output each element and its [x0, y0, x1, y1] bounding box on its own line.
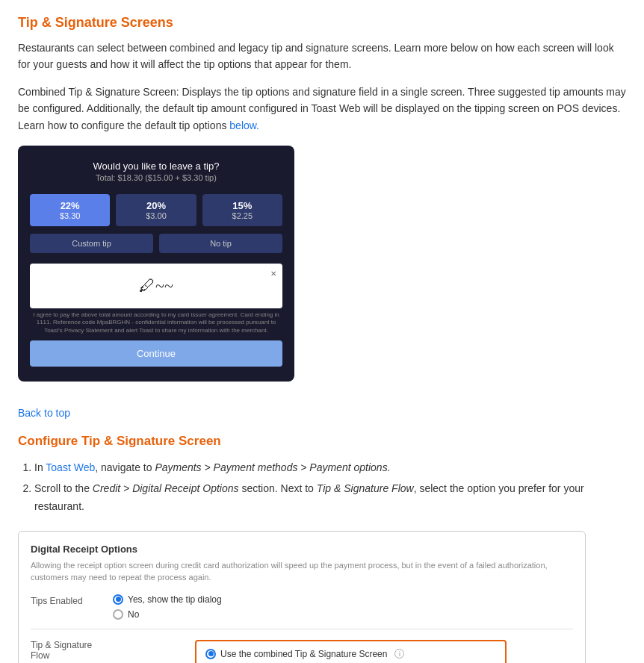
no-tip-radio-row[interactable]: No	[113, 609, 222, 620]
intro-paragraph: Restaurants can select between combined …	[18, 40, 626, 73]
sig-close-icon: ✕	[270, 270, 276, 278]
back-to-top-link[interactable]: Back to top	[18, 407, 70, 419]
tip-sig-label: Tip & Signature Flow	[31, 638, 113, 661]
step1-prefix: In	[34, 461, 46, 473]
combined-option-label: Use the combined Tip & Signature Screen	[220, 649, 387, 659]
below-link[interactable]: below.	[229, 119, 259, 131]
step1-text: , navigate to	[95, 461, 155, 473]
tip-sig-flow-row: Tip & Signature Flow Use the combined Ti…	[31, 638, 573, 663]
tip-amt-20: $3.00	[119, 211, 193, 220]
section2-title: Configure Tip & Signature Screen	[18, 434, 626, 449]
step1-italic: Payments > Payment methods > Payment opt…	[155, 461, 390, 473]
combined-paragraph: Combined Tip & Signature Screen: Display…	[18, 84, 626, 134]
tips-enabled-options: Yes, show the tip dialog No	[113, 594, 222, 620]
digital-receipt-box: Digital Receipt Options Allowing the rec…	[18, 531, 586, 663]
tip-amt-15: $2.25	[205, 211, 279, 220]
pos-question: Would you like to leave a tip?	[30, 161, 282, 172]
no-tip-btn: No tip	[159, 234, 282, 253]
no-tip-radio[interactable]	[113, 609, 123, 620]
dr-title: Digital Receipt Options	[31, 544, 573, 555]
no-tip-label: No	[128, 609, 139, 620]
tip-pct-15: 15%	[205, 200, 279, 211]
tip-btn-15: 15% $2.25	[202, 194, 282, 226]
tip-sig-options-box: Use the combined Tip & Signature Screen …	[195, 640, 507, 663]
tip-pct-20: 20%	[119, 200, 193, 211]
tip-amt-22: $3.30	[33, 211, 107, 220]
tip-btn-22: 22% $3.30	[30, 194, 110, 226]
tip-btn-20: 20% $3.00	[116, 194, 196, 226]
step-1: In Toast Web, navigate to Payments > Pay…	[34, 459, 626, 477]
pos-total: Total: $18.30 ($15.00 + $3.30 tip)	[30, 173, 282, 182]
yes-tip-label: Yes, show the tip dialog	[128, 594, 222, 605]
tips-enabled-label: Tips Enabled	[31, 594, 113, 606]
yes-tip-radio-row[interactable]: Yes, show the tip dialog	[113, 594, 222, 605]
step2-italic2: Tip & Signature Flow	[317, 482, 414, 494]
combined-label: Combined Tip & Signature Screen:	[18, 86, 179, 98]
tip-pct-22: 22%	[33, 200, 107, 211]
dr-desc: Allowing the receipt option screen durin…	[31, 559, 573, 584]
step-2: Scroll to the Credit > Digital Receipt O…	[34, 480, 626, 516]
combined-info-icon[interactable]: i	[394, 649, 404, 659]
signature-image: 🖊~~	[139, 276, 173, 296]
combined-radio[interactable]	[205, 649, 216, 659]
tip-row2: Custom tip No tip	[30, 234, 282, 253]
steps-list: In Toast Web, navigate to Payments > Pay…	[18, 459, 626, 515]
step2-mid: section. Next to	[239, 482, 317, 494]
yes-tip-radio-dot	[116, 597, 121, 602]
toast-web-link[interactable]: Toast Web	[46, 461, 95, 473]
sig-terms: I agree to pay the above total amount ac…	[30, 311, 282, 334]
tip-buttons-row: 22% $3.30 20% $3.00 15% $2.25	[30, 194, 282, 226]
continue-button[interactable]: Continue	[30, 340, 282, 367]
pos-header: Would you like to leave a tip? Total: $1…	[30, 161, 282, 182]
step2-italic1: Credit > Digital Receipt Options	[93, 482, 239, 494]
pos-screen-mockup: Would you like to leave a tip? Total: $1…	[18, 146, 294, 382]
tips-enabled-row: Tips Enabled Yes, show the tip dialog No	[31, 594, 573, 620]
page-title: Tip & Signature Screens	[18, 15, 626, 31]
combined-option-row[interactable]: Use the combined Tip & Signature Screen …	[205, 649, 496, 659]
custom-tip-btn: Custom tip	[30, 234, 153, 253]
combined-radio-dot	[208, 651, 214, 656]
step2-text: Scroll to the	[34, 482, 93, 494]
signature-area: 🖊~~ ✕	[30, 264, 282, 308]
pos-screenshot: Would you like to leave a tip? Total: $1…	[18, 146, 294, 382]
yes-tip-radio[interactable]	[113, 594, 123, 605]
divider	[31, 629, 573, 629]
